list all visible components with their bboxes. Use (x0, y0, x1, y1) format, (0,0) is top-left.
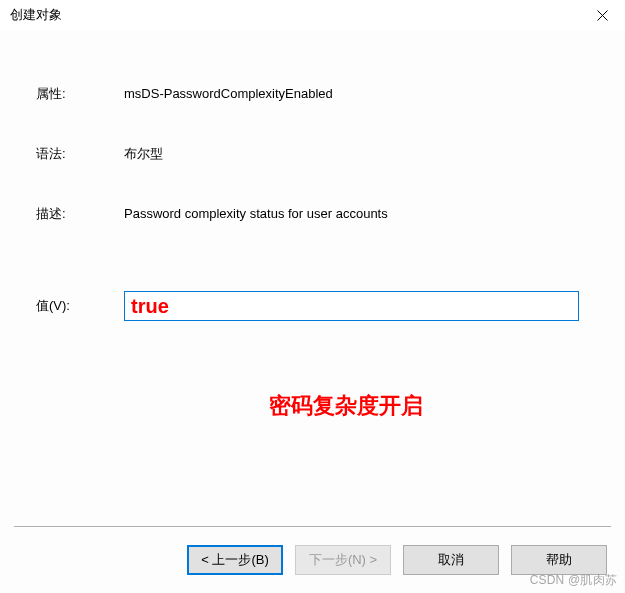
attribute-value: msDS-PasswordComplexityEnabled (124, 86, 595, 101)
description-row: 描述: Password complexity status for user … (36, 205, 595, 223)
annotation-text: 密码复杂度开启 (96, 391, 595, 421)
dialog-content: 属性: msDS-PasswordComplexityEnabled 语法: 布… (0, 30, 625, 421)
attribute-label: 属性: (36, 85, 124, 103)
syntax-label: 语法: (36, 145, 124, 163)
attribute-row: 属性: msDS-PasswordComplexityEnabled (36, 85, 595, 103)
close-icon (597, 10, 608, 21)
titlebar: 创建对象 (0, 0, 625, 30)
separator (14, 526, 611, 527)
value-input[interactable] (124, 291, 579, 321)
next-button: 下一步(N) > (295, 545, 391, 575)
window-title: 创建对象 (10, 6, 62, 24)
help-button[interactable]: 帮助 (511, 545, 607, 575)
value-row: 值(V): (36, 291, 595, 321)
back-button[interactable]: < 上一步(B) (187, 545, 283, 575)
syntax-row: 语法: 布尔型 (36, 145, 595, 163)
cancel-button[interactable]: 取消 (403, 545, 499, 575)
description-value: Password complexity status for user acco… (124, 206, 595, 221)
description-label: 描述: (36, 205, 124, 223)
button-row: < 上一步(B) 下一步(N) > 取消 帮助 (187, 545, 607, 575)
value-label: 值(V): (36, 297, 124, 315)
close-button[interactable] (579, 0, 625, 30)
syntax-value: 布尔型 (124, 145, 595, 163)
